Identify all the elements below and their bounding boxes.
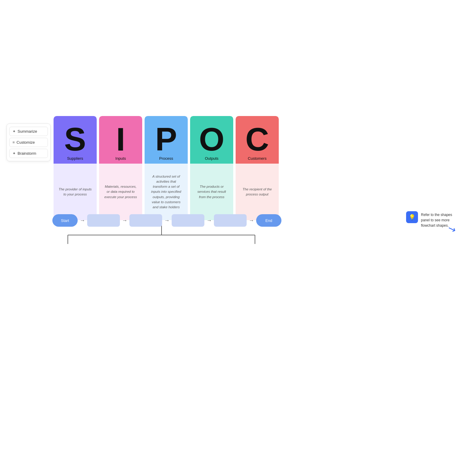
summarize-label: Summarize (18, 129, 37, 134)
sipoc-header-o: O Outputs (190, 116, 233, 164)
sipoc-body-c: The recipient of the process output (236, 164, 279, 220)
lightbulb-icon: 💡 (406, 211, 418, 223)
label-s: Suppliers (67, 156, 83, 161)
brainstorm-button[interactable]: ✦ Brainstorm (9, 149, 48, 158)
arrow-1: → (78, 217, 87, 224)
flowchart-node-3[interactable] (172, 214, 204, 227)
customize-label: Customize (17, 140, 35, 145)
label-i: Inputs (115, 156, 126, 161)
flowchart-node-4[interactable] (214, 214, 247, 227)
sipoc-body-o: The products or services that result fro… (190, 164, 233, 220)
start-label: Start (61, 218, 69, 223)
sipoc-header-s: S Suppliers (54, 116, 97, 164)
connector-svg (0, 0, 476, 476)
toolbar-panel: ✦ Summarize ≡ Customize ✦ Brainstorm (7, 123, 51, 161)
body-text-p: A structured set of activities that tran… (149, 174, 184, 210)
body-text-o: The products or services that result fro… (194, 184, 229, 200)
brainstorm-icon: ✦ (12, 151, 16, 156)
body-text-s: The provider of inputs to your process (58, 187, 93, 197)
letter-c: C (245, 123, 269, 156)
sipoc-body-p: A structured set of activities that tran… (145, 164, 188, 220)
sipoc-header-c: C Customers (236, 116, 279, 164)
summarize-button[interactable]: ✦ Summarize (9, 127, 48, 136)
label-c: Customers (248, 156, 267, 161)
end-label: End (265, 218, 272, 223)
arrow-2: → (120, 217, 129, 224)
body-text-i: Materials, resources, or data required t… (103, 184, 138, 200)
arrow-5: → (247, 217, 256, 224)
sipoc-body-i: Materials, resources, or data required t… (99, 164, 142, 220)
sparkle-icon: ✦ (12, 129, 16, 134)
sipoc-col-i: I Inputs Materials, resources, or data r… (99, 116, 142, 220)
flowchart-end-node[interactable]: End (256, 214, 281, 227)
label-o: Outputs (205, 156, 219, 161)
sipoc-body-s: The provider of inputs to your process (54, 164, 97, 220)
letter-p: P (155, 123, 177, 156)
sipoc-col-o: O Outputs The products or services that … (190, 116, 233, 220)
customize-button[interactable]: ≡ Customize (9, 138, 48, 147)
letter-i: I (116, 123, 125, 156)
flowchart-node-1[interactable] (87, 214, 120, 227)
sipoc-col-c: C Customers The recipient of the process… (236, 116, 279, 220)
body-text-c: The recipient of the process output (240, 187, 275, 197)
flowchart-row: Start → → → → → End (52, 214, 281, 227)
label-p: Process (159, 156, 173, 161)
sipoc-diagram: S Suppliers The provider of inputs to yo… (54, 116, 279, 220)
sipoc-col-s: S Suppliers The provider of inputs to yo… (54, 116, 97, 220)
sipoc-columns: S Suppliers The provider of inputs to yo… (54, 116, 279, 220)
sipoc-col-p: P Process A structured set of activities… (145, 116, 188, 220)
sipoc-header-i: I Inputs (99, 116, 142, 164)
flowchart-start-node[interactable]: Start (52, 214, 78, 227)
flowchart-node-2[interactable] (129, 214, 162, 227)
sipoc-header-p: P Process (145, 116, 188, 164)
arrow-3: → (162, 217, 172, 224)
letter-s: S (64, 123, 86, 156)
brainstorm-label: Brainstorm (18, 151, 36, 156)
sliders-icon: ≡ (12, 140, 15, 145)
arrow-4: → (204, 217, 214, 224)
letter-o: O (199, 123, 225, 156)
